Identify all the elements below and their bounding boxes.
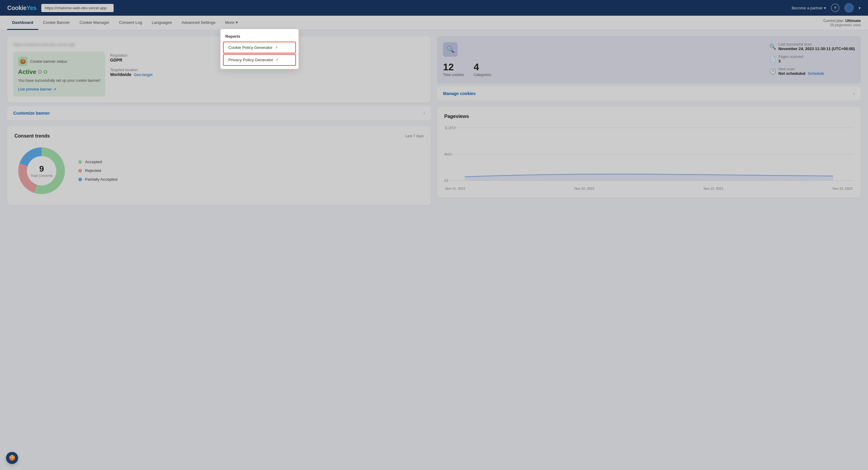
chevron-right-manage: › — [853, 91, 855, 96]
nav-more[interactable]: More ▾ Reports Cookie Policy Generator ↗… — [220, 16, 243, 30]
nav-dashboard[interactable]: Dashboard — [7, 16, 38, 30]
status-box-header: 🍪 Cookie banner status — [18, 56, 100, 66]
status-grid: 🍪 Cookie banner status Active ⓘ ⬡ You ha… — [13, 52, 425, 96]
share-icon: ⬡ — [44, 70, 47, 74]
chart-legend: Accepted Rejected Partially Accepted — [79, 159, 117, 182]
legend-rejected: Rejected — [79, 168, 117, 173]
external-link-icon: ↗ — [275, 46, 278, 50]
info-icon[interactable]: ⓘ — [38, 69, 42, 75]
categories-stat: 4 Categories — [473, 62, 491, 77]
external-link-icon-2: ↗ — [276, 58, 278, 62]
external-link-icon-preview: ↗ — [53, 87, 56, 92]
banner-status-icon: 🍪 — [18, 56, 28, 66]
svg-text:60: 60 — [444, 152, 452, 156]
donut-center: 9 Total Consents — [31, 164, 53, 177]
plan-info: Current plan: Ultimate 38 pageviews used — [824, 16, 861, 30]
pages-scanned-row: 📄 Pages scanned 3 — [770, 55, 855, 63]
chevron-down-icon: ▾ — [824, 6, 826, 10]
clock-icon: 🕐 — [770, 68, 775, 75]
total-cookies-stat: 12 Total cookies — [443, 62, 464, 77]
search-icon: 🔍 — [770, 43, 775, 50]
banner-card: https://chatome-web-dev.vercel.app 🍪 Coo… — [7, 36, 431, 102]
nav-cookie-manager[interactable]: Cookie Manager — [75, 16, 114, 30]
cookie-stats: 12 Total cookies 4 Categories — [443, 62, 491, 77]
chevron-down-icon-more: ▾ — [236, 20, 238, 25]
user-avatar-button[interactable]: 👤 — [844, 3, 854, 13]
scanner-card: 🔍 12 Total cookies 4 Categories — [437, 36, 861, 83]
x-axis-labels: Nov 21, 2023 Nov 22, 2023 Nov 23, 2023 N… — [444, 187, 854, 190]
dropdown-cookie-policy[interactable]: Cookie Policy Generator ↗ — [223, 41, 296, 53]
legend-partial: Partially Accepted — [79, 177, 117, 182]
donut-chart: 9 Total Consents — [14, 144, 69, 198]
last-scan-row: 🔍 Last successful scan November 24, 2023… — [770, 42, 855, 51]
become-partner-button[interactable]: Become a partner ▾ — [792, 6, 826, 10]
active-badge: Active ⓘ ⬡ — [18, 68, 100, 76]
pageviews-card: Pageviews 120 60 0 — [437, 107, 861, 198]
svg-text:120: 120 — [444, 126, 456, 130]
url-input[interactable] — [41, 4, 114, 12]
secondary-nav: Dashboard Cookie Banner Cookie Manager C… — [0, 16, 868, 30]
logo: CookieYes — [7, 4, 36, 11]
topbar: CookieYes Become a partner ▾ ? 👤 ▾ — [0, 0, 868, 16]
right-column: 🔍 12 Total cookies 4 Categories — [437, 36, 861, 205]
more-dropdown-menu: Reports Cookie Policy Generator ↗ Privac… — [220, 29, 299, 69]
nav-advanced-settings[interactable]: Advanced Settings — [177, 16, 220, 30]
schedule-link[interactable]: Schedule — [808, 71, 824, 76]
document-icon: 📄 — [770, 56, 775, 62]
scanner-icon: 🔍 — [443, 42, 458, 57]
legend-accepted: Accepted — [79, 159, 117, 164]
dropdown-privacy-policy[interactable]: Privacy Policy Generator ↗ — [223, 54, 296, 66]
left-column: https://chatome-web-dev.vercel.app 🍪 Coo… — [7, 36, 431, 205]
scan-details: 🔍 Last successful scan November 24, 2023… — [770, 42, 855, 76]
user-icon: 👤 — [846, 5, 852, 10]
partial-dot — [79, 178, 82, 181]
accepted-dot — [79, 160, 82, 164]
website-url-display: https://chatome-web-dev.vercel.app — [13, 42, 425, 47]
nav-languages[interactable]: Languages — [147, 16, 177, 30]
customize-banner-row[interactable]: Customize banner › — [7, 106, 431, 120]
dropdown-header-reports: Reports — [221, 32, 299, 41]
svg-text:0: 0 — [444, 179, 448, 183]
chart-area: 9 Total Consents Accepted Rejected — [14, 144, 424, 198]
nav-consent-log[interactable]: Consent Log — [114, 16, 147, 30]
status-box: 🍪 Cookie banner status Active ⓘ ⬡ You ha… — [13, 52, 105, 96]
nav-cookie-banner[interactable]: Cookie Banner — [38, 16, 75, 30]
chevron-down-icon-user: ▾ — [859, 6, 861, 10]
manage-cookies-row[interactable]: Manage cookies › — [437, 87, 861, 100]
geo-target-link[interactable]: Geo-target — [134, 72, 153, 77]
trends-header: Consent trends Last 7 days — [14, 133, 424, 139]
help-button[interactable]: ? — [831, 4, 839, 12]
rejected-dot — [79, 169, 82, 173]
main-content: https://chatome-web-dev.vercel.app 🍪 Coo… — [0, 30, 868, 211]
pageviews-chart: 120 60 0 — [444, 124, 854, 184]
consent-trends-card: Consent trends Last 7 days 9 Total — [7, 126, 431, 205]
pageviews-header: Pageviews — [444, 114, 854, 119]
next-scan-row: 🕐 Next scan Not scheduled Schedule — [770, 67, 855, 76]
live-preview-link[interactable]: Live preview banner ↗ — [18, 87, 100, 92]
chevron-right-icon: › — [424, 110, 425, 116]
topbar-right: Become a partner ▾ ? 👤 ▾ — [792, 3, 861, 13]
setup-text: You have successfully set up your cookie… — [18, 78, 100, 84]
